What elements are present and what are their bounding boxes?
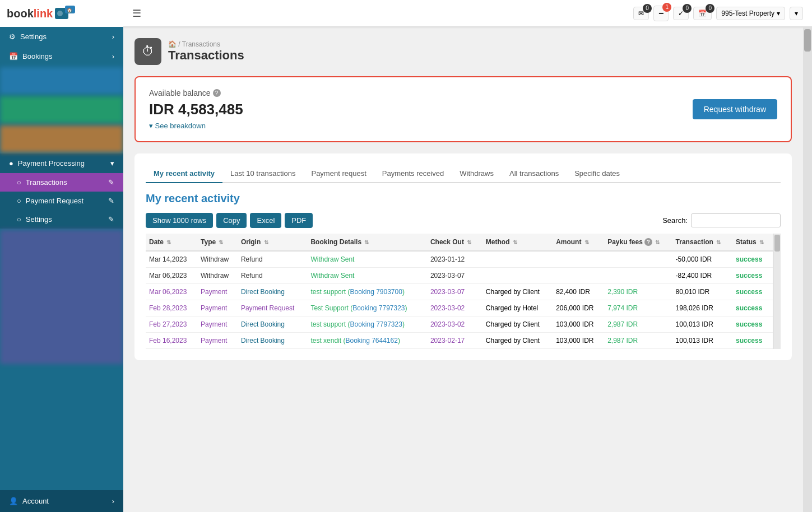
cell-transaction: 198,026 IDR (672, 300, 732, 316)
search-input[interactable] (691, 213, 781, 227)
col-method[interactable]: Method ⇅ (482, 234, 553, 251)
tab-all-transactions[interactable]: All transactions (502, 165, 567, 182)
col-amount[interactable]: Amount ⇅ (553, 234, 604, 251)
submenu-transactions-label: Transactions (26, 178, 67, 187)
submenu-settings-label: Settings (26, 215, 52, 224)
balance-info: Available balance ? IDR 4,583,485 ▾ See … (149, 89, 243, 130)
sidebar-payment-processing-label: Payment Processing (18, 159, 85, 167)
payment-processing-submenu: ○ Transactions ✎ ○ Payment Request ✎ ○ S… (0, 173, 123, 229)
cell-type: Payment (197, 300, 238, 316)
pdf-button[interactable]: PDF (285, 213, 313, 228)
property-selector[interactable]: 995-Test Property ▾ (716, 7, 785, 20)
sidebar-item-bookings[interactable]: 📅 Bookings (0, 46, 123, 66)
sidebar-item-payment-processing[interactable]: ● Payment Processing (0, 153, 123, 173)
table-row: Mar 14,2023 Withdraw Refund Withdraw Sen… (146, 251, 773, 268)
col-check-out[interactable]: Check Out ⇅ (427, 234, 482, 251)
col-type[interactable]: Type ⇅ (197, 234, 238, 251)
cell-origin: Refund (238, 268, 308, 284)
booking-link[interactable]: Booking 7797323 (352, 304, 405, 312)
logo-area: booklink 🏠 (0, 0, 123, 27)
sidebar-submenu-payment-request[interactable]: ○ Payment Request ✎ (0, 192, 123, 210)
cell-booking-details: Withdraw Sent (307, 268, 426, 284)
mail-badge: 0 (643, 4, 652, 13)
sidebar-blurred-item-1 (0, 67, 123, 94)
cell-type: Payment (197, 284, 238, 300)
cell-payku-fees: 2,390 IDR (604, 284, 672, 300)
cell-type: Withdraw (197, 251, 238, 268)
col-date[interactable]: Date ⇅ (146, 234, 197, 251)
check-icon-btn[interactable]: ✓ 0 (673, 7, 689, 20)
table-scrollbar[interactable] (773, 234, 781, 349)
balance-info-icon[interactable]: ? (213, 89, 221, 97)
col-transaction[interactable]: Transaction ⇅ (672, 234, 732, 251)
copy-button[interactable]: Copy (216, 213, 247, 228)
booking-detail: Withdraw Sent (310, 255, 354, 263)
cell-status: success (732, 333, 773, 349)
cell-payku-fees: 2,987 IDR (604, 316, 672, 333)
balance-amount: IDR 4,583,485 (149, 101, 243, 118)
cell-amount: 206,000 IDR (553, 300, 604, 316)
minus-badge: 1 (662, 3, 671, 12)
col-payku-fees[interactable]: Payku fees ? ⇅ (604, 234, 672, 251)
breadcrumb-page: Transactions (182, 40, 220, 48)
page-content: ⏱ 🏠 / Transactions Transactions Availabl… (123, 27, 803, 512)
booking-link[interactable]: Booking 7903700 (350, 288, 402, 296)
booking-link[interactable]: Booking 7644162 (345, 337, 397, 345)
property-label: 995-Test Property (721, 10, 774, 17)
payku-fees-info-icon[interactable]: ? (644, 238, 652, 246)
booking-link[interactable]: Booking 7797323 (350, 320, 402, 328)
cell-check-out: 2023-03-02 (427, 316, 482, 333)
page-scrollbar[interactable] (803, 27, 812, 512)
col-status[interactable]: Status ⇅ (732, 234, 773, 251)
cell-transaction: -82,400 IDR (672, 268, 732, 284)
tab-payments-received[interactable]: Payments received (374, 165, 452, 182)
tab-my-recent-activity[interactable]: My recent activity (146, 165, 222, 183)
logo-icon: 🏠 (55, 6, 75, 21)
excel-button[interactable]: Excel (250, 213, 281, 228)
table-row: Feb 27,2023 Payment Direct Booking test … (146, 316, 773, 333)
activity-section: My recent activity Last 10 transactions … (134, 153, 792, 360)
cell-status: success (732, 316, 773, 333)
page-title-block: 🏠 / Transactions Transactions (168, 40, 244, 63)
show-rows-button[interactable]: Show 1000 rows (146, 213, 213, 228)
sidebar-item-settings[interactable]: ⚙ Settings (0, 27, 123, 46)
tab-specific-dates[interactable]: Specific dates (567, 165, 628, 182)
col-origin[interactable]: Origin ⇅ (238, 234, 308, 251)
cell-date: Feb 28,2023 (146, 300, 197, 316)
sidebar-submenu-settings[interactable]: ○ Settings ✎ (0, 210, 123, 229)
sidebar-settings-label: Settings (20, 32, 47, 41)
sidebar-submenu-transactions[interactable]: ○ Transactions ✎ (0, 173, 123, 192)
sidebar-account[interactable]: 👤 Account (0, 490, 123, 512)
minus-icon-btn[interactable]: − 1 (653, 6, 669, 21)
breadcrumb-home-icon: 🏠 (168, 40, 177, 48)
tab-payments-received-label: Payments received (382, 169, 444, 178)
svg-point-2 (57, 11, 63, 16)
breadcrumb: 🏠 / Transactions (168, 40, 244, 48)
cell-amount: 103,000 IDR (553, 333, 604, 349)
page-title: Transactions (168, 48, 244, 63)
cell-type: Withdraw (197, 268, 238, 284)
mail-icon-btn[interactable]: ✉ 0 (633, 7, 649, 20)
tab-payment-request[interactable]: Payment request (303, 165, 374, 182)
toolbar-left: Show 1000 rows Copy Excel PDF (146, 213, 313, 228)
balance-card: Available balance ? IDR 4,583,485 ▾ See … (134, 76, 792, 142)
cell-type: Payment (197, 333, 238, 349)
extra-dropdown-btn[interactable]: ▾ (790, 7, 803, 20)
hamburger-menu[interactable]: ☰ (132, 7, 141, 20)
tab-withdraws[interactable]: Withdraws (452, 165, 502, 182)
cell-booking-details: test xendit (Booking 7644162) (307, 333, 426, 349)
sidebar: booklink 🏠 ⚙ Settings 📅 Bookings ● Payme… (0, 0, 123, 512)
see-breakdown-link[interactable]: ▾ See breakdown (149, 122, 206, 130)
tab-payment-request-label: Payment request (311, 169, 366, 178)
transactions-circle-icon: ○ (17, 178, 21, 187)
edit-icon-transactions: ✎ (108, 178, 114, 187)
calendar-icon-btn[interactable]: 📅 0 (693, 7, 712, 20)
topbar: ☰ ✉ 0 − 1 ✓ 0 📅 0 9 (123, 0, 812, 27)
cell-payku-fees (604, 251, 672, 268)
request-withdraw-button[interactable]: Request withdraw (693, 99, 777, 119)
tab-last10[interactable]: Last 10 transactions (222, 165, 303, 182)
col-booking-details[interactable]: Booking Details ⇅ (307, 234, 426, 251)
page-header: ⏱ 🏠 / Transactions Transactions (134, 38, 792, 65)
cell-status: success (732, 284, 773, 300)
main-content: ☰ ✉ 0 − 1 ✓ 0 📅 0 9 (123, 0, 812, 512)
